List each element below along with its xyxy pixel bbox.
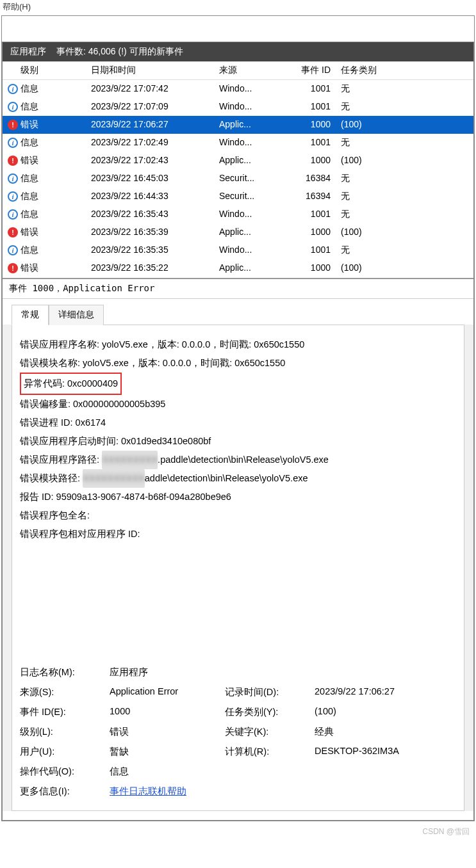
cell-event-id: 1001 [278,80,336,98]
error-icon: ! [8,227,18,237]
event-list: 级别 日期和时间 来源 事件 ID 任务类别 i信息2023/9/22 17:0… [3,61,473,278]
cell-date: 2023/9/22 16:35:39 [86,223,214,241]
cell-level: 信息 [21,137,38,149]
label-keywords: 关键字(K): [225,726,315,738]
cell-category: 无 [336,205,413,223]
table-row[interactable]: !错误2023/9/22 16:35:22Applic...1000(100) [3,259,473,277]
col-header-date[interactable]: 日期和时间 [86,61,214,79]
cell-source: Windo... [214,98,278,116]
label-moreinfo: 更多信息(I): [20,785,110,798]
cell-date: 2023/9/22 17:07:09 [86,98,214,116]
cell-level: 错误 [21,119,38,131]
info-icon: i [8,191,18,202]
label-level: 级别(L): [20,726,110,738]
info-icon: i [8,84,18,94]
link-online-help[interactable]: 事件日志联机帮助 [110,786,186,796]
details-panel: 事件 1000，Application Error 常规 详细信息 错误应用程序… [3,278,473,811]
value-level: 错误 [110,726,225,738]
cell-source: Applic... [214,223,278,241]
cell-source: Applic... [214,259,278,277]
tab-general[interactable]: 常规 [12,305,49,325]
label-source: 来源(S): [20,686,110,698]
desc-line-start-time: 错误应用程序启动时间: 0x01d9ed3410e080bf [20,432,456,451]
column-headers[interactable]: 级别 日期和时间 来源 事件 ID 任务类别 [3,61,473,80]
cell-level: 错误 [21,155,38,166]
value-user: 暂缺 [110,746,225,758]
cell-source: Windo... [214,80,278,98]
cell-date: 2023/9/22 17:06:27 [86,116,214,134]
cell-category: 无 [336,188,413,205]
table-row[interactable]: !错误2023/9/22 17:02:43Applic...1000(100) [3,152,473,170]
cell-event-id: 1000 [278,259,336,277]
cell-date: 2023/9/22 16:35:43 [86,205,214,223]
watermark: CSDN @雪回 [0,823,476,841]
table-row[interactable]: i信息2023/9/22 17:07:09Windo...1001无 [3,98,473,116]
menu-help[interactable]: 帮助(H) [3,2,31,12]
table-row[interactable]: i信息2023/9/22 16:44:33Securit...16394无 [3,188,473,205]
cell-source: Windo... [214,134,278,152]
cell-source: Applic... [214,116,278,134]
event-rows-scroll[interactable]: i信息2023/9/22 17:07:42Windo...1001无i信息202… [3,80,473,278]
cell-event-id: 1001 [278,241,336,259]
outer-panel: 应用程序 事件数: 46,006 (!) 可用的新事件 级别 日期和时间 来源 … [1,15,475,821]
col-header-id[interactable]: 事件 ID [278,61,336,79]
cell-level: 信息 [21,101,38,113]
label-computer: 计算机(R): [225,746,315,758]
desc-line-module-path: 错误模块路径: XXXXXXXXXXaddle\detection\bin\Re… [20,469,456,488]
label-taskcat: 任务类别(Y): [225,706,315,718]
desc-line-package-appid: 错误程序包相对应用程序 ID: [20,525,456,543]
label-logged: 记录时间(D): [225,686,315,698]
table-row[interactable]: !错误2023/9/22 16:35:39Applic...1000(100) [3,223,473,241]
cell-event-id: 1001 [278,134,336,152]
event-viewer-panel: 应用程序 事件数: 46,006 (!) 可用的新事件 级别 日期和时间 来源 … [2,42,474,821]
info-icon: i [8,138,18,148]
cell-category: (100) [336,152,413,170]
desc-line-package-name: 错误程序包全名: [20,506,456,525]
menu-bar: 帮助(H) [0,0,476,14]
cell-date: 2023/9/22 16:45:03 [86,170,214,188]
info-icon: i [8,102,18,112]
spacer [15,546,461,661]
event-description: 错误应用程序名称: yoloV5.exe，版本: 0.0.0.0，时间戳: 0x… [15,333,461,546]
cell-category: 无 [336,98,413,116]
table-row[interactable]: i信息2023/9/22 17:07:42Windo...1001无 [3,80,473,98]
table-row[interactable]: i信息2023/9/22 16:45:03Securit...16384无 [3,170,473,188]
value-logname: 应用程序 [110,666,456,679]
desc-line-modulename: 错误模块名称: yoloV5.exe，版本: 0.0.0.0，时间戳: 0x65… [20,354,456,373]
redacted-path: XXXXXXXXXX [83,469,145,488]
cell-level: 错误 [21,262,38,274]
tab-details[interactable]: 详细信息 [49,305,104,325]
table-row[interactable]: i信息2023/9/22 16:35:35Windo...1001无 [3,241,473,259]
cell-date: 2023/9/22 16:44:33 [86,188,214,205]
log-title: 应用程序 [10,46,46,58]
cell-date: 2023/9/22 17:07:42 [86,80,214,98]
details-title: 事件 1000，Application Error [3,279,473,299]
cell-category: 无 [336,134,413,152]
col-header-level[interactable]: 级别 [3,61,86,79]
table-row[interactable]: i信息2023/9/22 17:02:49Windo...1001无 [3,134,473,152]
cell-level: 信息 [21,191,38,202]
table-row[interactable]: i信息2023/9/22 16:35:43Windo...1001无 [3,205,473,223]
cell-event-id: 1000 [278,223,336,241]
col-header-source[interactable]: 来源 [214,61,278,79]
label-logname: 日志名称(M): [20,666,110,679]
tab-bar: 常规 详细信息 [3,299,473,325]
label-user: 用户(U): [20,746,110,758]
cell-level: 信息 [21,245,38,256]
cell-category: (100) [336,259,413,277]
cell-source: Securit... [214,188,278,205]
tab-content: 错误应用程序名称: yoloV5.exe，版本: 0.0.0.0，时间戳: 0x… [12,325,464,811]
col-header-category[interactable]: 任务类别 [336,61,413,79]
value-computer: DESKTOP-362IM3A [315,746,456,758]
value-taskcat: (100) [315,706,456,718]
cell-source: Windo... [214,241,278,259]
cell-source: Applic... [214,152,278,170]
cell-event-id: 16384 [278,170,336,188]
table-row[interactable]: !错误2023/9/22 17:06:27Applic...1000(100) [3,116,473,134]
value-logged: 2023/9/22 17:06:27 [315,686,456,698]
desc-line-exception-code: 异常代码: 0xc0000409 [20,373,456,395]
log-count: 事件数: 46,006 (!) 可用的新事件 [56,46,183,58]
info-icon: i [8,209,18,220]
cell-level: 信息 [21,209,38,220]
value-keywords: 经典 [315,726,456,738]
